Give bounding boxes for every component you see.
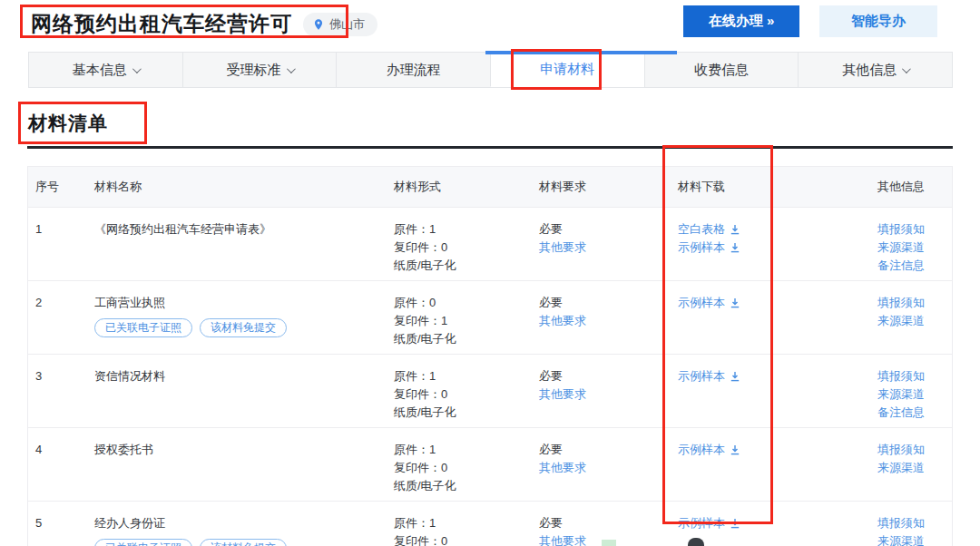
download-icon (730, 518, 740, 529)
other-requirement-link[interactable]: 其他要求 (539, 312, 671, 330)
source-channel-link[interactable]: 来源渠道 (825, 312, 925, 330)
filling-notice-link[interactable]: 填报须知 (825, 441, 925, 459)
download-cell: 示例样本 (671, 355, 818, 427)
material-form-cell: 原件：1 复印件：0 纸质/电子化 (387, 428, 532, 501)
source-channel-link[interactable]: 来源渠道 (825, 385, 925, 404)
submission-exempt-badge: 该材料免提交 (200, 539, 287, 546)
other-requirement-link[interactable]: 其他要求 (539, 385, 671, 404)
filling-notice-link[interactable]: 填报须知 (825, 367, 925, 385)
form-line: 原件：1 (394, 441, 532, 459)
form-line: 原件：1 (394, 514, 532, 532)
remark-info-link[interactable]: 备注信息 (825, 404, 925, 422)
location-pin-icon (312, 18, 325, 31)
download-label: 示例样本 (678, 514, 725, 532)
tab-bar: 基本信息 受理标准 办理流程 申请材料 收费信息 其他信息 (28, 52, 953, 88)
material-form-cell: 原件：1 复印件：0 纸质/电子化 (387, 208, 532, 280)
form-line: 原件：1 (394, 367, 532, 385)
chevron-down-icon (132, 64, 142, 73)
download-label: 示例样本 (678, 441, 725, 459)
tab-acceptance-standard[interactable]: 受理标准 (182, 53, 337, 87)
requirement-cell: 必要 其他要求 (532, 281, 671, 354)
material-form-cell: 原件：1 复印件：0 纸质/电子化 (387, 355, 532, 427)
download-icon (730, 297, 740, 308)
other-requirement-link[interactable]: 其他要求 (539, 459, 671, 477)
sample-download-link[interactable]: 示例样本 (678, 239, 818, 257)
requirement-label: 必要 (539, 220, 671, 239)
tab-process[interactable]: 办理流程 (336, 53, 490, 87)
blank-form-download-link[interactable]: 空白表格 (678, 220, 818, 239)
row-no: 3 (28, 355, 87, 427)
download-cell: 示例样本 (671, 281, 818, 354)
material-name-cell: 经办人身份证 已关联电子证照 该材料免提交 (87, 502, 387, 546)
table-row: 4 授权委托书 原件：1 复印件：0 纸质/电子化 必要 其他要求 示例样本 填… (28, 428, 952, 502)
download-label: 空白表格 (678, 220, 725, 239)
e-license-linked-badge: 已关联电子证照 (94, 539, 192, 546)
source-channel-link[interactable]: 来源渠道 (825, 459, 925, 477)
filling-notice-link[interactable]: 填报须知 (825, 220, 925, 239)
tab-label: 基本信息 (73, 62, 127, 79)
source-channel-link[interactable]: 来源渠道 (825, 239, 925, 257)
row-no: 1 (28, 208, 87, 280)
download-cell: 空白表格 示例样本 (671, 208, 818, 280)
col-header-name: 材料名称 (87, 167, 387, 207)
filling-notice-link[interactable]: 填报须知 (825, 294, 925, 312)
tab-label: 申请材料 (540, 61, 594, 78)
smart-guide-button[interactable]: 智能导办 (819, 5, 937, 37)
page-title: 网络预约出租汽车经营许可 (31, 10, 292, 38)
material-name: 授权委托书 (94, 443, 153, 456)
table-row: 2 工商营业执照 已关联电子证照 该材料免提交 原件：0 复印件：1 纸质/电子… (28, 281, 952, 355)
form-line: 纸质/电子化 (394, 404, 532, 422)
row-no: 2 (28, 281, 87, 354)
sample-download-link[interactable]: 示例样本 (678, 441, 818, 459)
col-header-other: 其他信息 (818, 167, 952, 207)
tab-basic-info[interactable]: 基本信息 (28, 53, 182, 87)
row-no: 4 (28, 428, 87, 501)
other-info-cell: 填报须知 来源渠道 备注信息 (818, 355, 952, 427)
sample-download-link[interactable]: 示例样本 (678, 294, 818, 312)
e-license-linked-badge: 已关联电子证照 (94, 318, 192, 337)
requirement-label: 必要 (539, 367, 671, 385)
requirement-cell: 必要 其他要求 (532, 428, 671, 501)
requirement-label: 必要 (539, 294, 671, 312)
col-header-requirement: 材料要求 (532, 167, 671, 207)
sample-download-link[interactable]: 示例样本 (678, 514, 818, 532)
other-info-cell: 填报须知 来源渠道 (818, 428, 952, 501)
requirement-cell: 必要 其他要求 (532, 355, 671, 427)
section-divider (27, 146, 953, 149)
chevron-down-icon (286, 64, 295, 73)
filling-notice-link[interactable]: 填报须知 (825, 514, 925, 532)
download-label: 示例样本 (678, 239, 725, 257)
location-selector[interactable]: 佛山市 (303, 13, 377, 36)
tab-fees[interactable]: 收费信息 (644, 53, 799, 87)
form-line: 纸质/电子化 (394, 257, 532, 275)
material-name: 资信情况材料 (94, 369, 165, 383)
other-info-cell: 填报须知 来源渠道 备注信息 (818, 208, 952, 280)
badge-group: 已关联电子证照 该材料免提交 (94, 318, 387, 337)
active-tab-indicator (485, 51, 677, 54)
service-detail-page: 网络预约出租汽车经营许可 佛山市 在线办理 » 智能导办 基本信息 受理标准 办… (0, 0, 980, 546)
online-apply-button[interactable]: 在线办理 » (683, 5, 799, 37)
tab-label: 收费信息 (694, 62, 749, 79)
tab-other-info[interactable]: 其他信息 (798, 53, 952, 87)
col-header-no: 序号 (28, 167, 87, 207)
requirement-label: 必要 (539, 441, 671, 459)
material-form-cell: 原件：0 复印件：1 纸质/电子化 (387, 281, 532, 354)
other-requirement-link[interactable]: 其他要求 (539, 239, 671, 257)
download-icon (730, 371, 740, 382)
material-name-cell: 授权委托书 (87, 428, 387, 501)
form-line: 纸质/电子化 (394, 330, 532, 348)
partial-widget (602, 540, 616, 546)
sample-download-link[interactable]: 示例样本 (678, 367, 818, 385)
table-row: 3 资信情况材料 原件：1 复印件：0 纸质/电子化 必要 其他要求 示例样本 … (28, 355, 952, 428)
remark-info-link[interactable]: 备注信息 (825, 257, 925, 275)
material-name-cell: 工商营业执照 已关联电子证照 该材料免提交 (87, 281, 387, 354)
requirement-label: 必要 (539, 514, 671, 532)
download-icon (730, 444, 740, 455)
material-form-cell: 原件：1 复印件：0 纸质/电子化 (387, 502, 532, 546)
form-line: 纸质/电子化 (394, 477, 532, 495)
form-line: 复印件：1 (394, 312, 532, 330)
table-row: 1 《网络预约出租汽车经营申请表》 原件：1 复印件：0 纸质/电子化 必要 其… (28, 208, 952, 281)
partial-widget (688, 538, 704, 546)
tab-application-materials[interactable]: 申请材料 (490, 53, 644, 87)
source-channel-link[interactable]: 来源渠道 (825, 532, 925, 546)
